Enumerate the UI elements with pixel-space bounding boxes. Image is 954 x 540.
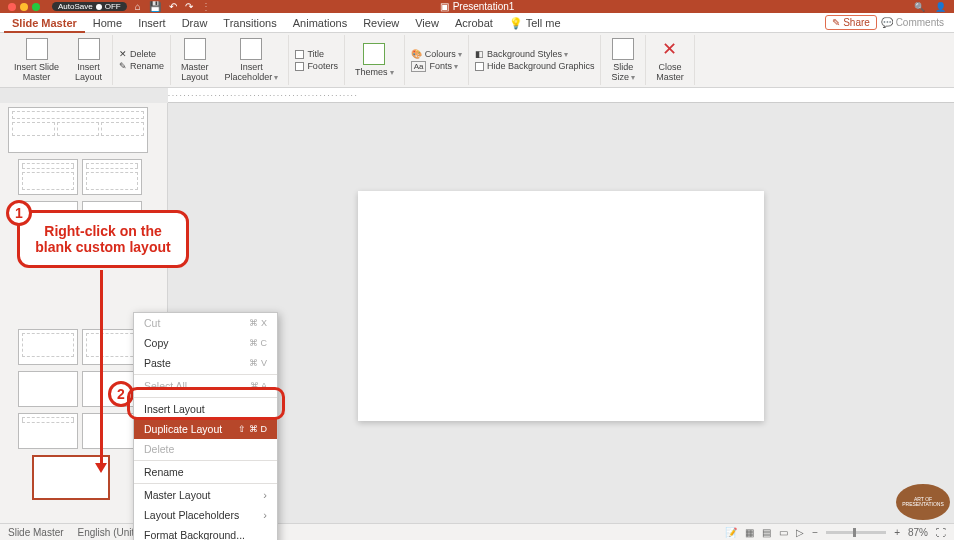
tab-home[interactable]: Home <box>85 13 130 33</box>
tab-view[interactable]: View <box>407 13 447 33</box>
close-window[interactable] <box>8 3 16 11</box>
maximize-window[interactable] <box>32 3 40 11</box>
ctx-select-all: Select All⌘ A <box>134 376 277 396</box>
canvas-area[interactable] <box>168 103 954 538</box>
minimize-window[interactable] <box>20 3 28 11</box>
master-thumb[interactable] <box>8 107 148 153</box>
window-controls <box>8 3 40 11</box>
ctx-paste[interactable]: Paste⌘ V <box>134 353 277 373</box>
save-icon[interactable]: 💾 <box>149 1 161 12</box>
context-menu: Cut⌘ X Copy⌘ C Paste⌘ V Select All⌘ A In… <box>133 312 278 540</box>
qat-sep: ⋮ <box>201 1 211 12</box>
ctx-rename[interactable]: Rename <box>134 462 277 482</box>
search-icon[interactable]: 🔍 <box>914 2 925 12</box>
share-button[interactable]: ✎ Share <box>825 15 876 30</box>
master-layout-button[interactable]: Master Layout <box>177 36 213 84</box>
callout-number-1: 1 <box>6 200 32 226</box>
insert-placeholder-button[interactable]: Insert Placeholder <box>221 36 283 84</box>
fonts-dropdown[interactable]: AaFonts <box>411 61 462 72</box>
tab-insert[interactable]: Insert <box>130 13 174 33</box>
callout-1-line1: Right-click on the <box>32 223 174 239</box>
ctx-layout-placeholders[interactable]: Layout Placeholders <box>134 505 277 525</box>
selected-blank-layout-thumb[interactable] <box>32 455 110 500</box>
zoom-in[interactable]: + <box>894 527 900 538</box>
insert-slide-master-button[interactable]: Insert Slide Master <box>10 36 63 84</box>
autosave-toggle[interactable]: AutoSave OFF <box>52 2 127 11</box>
redo-icon[interactable]: ↷ <box>185 1 193 12</box>
zoom-slider[interactable] <box>826 531 886 534</box>
layout-thumb[interactable] <box>18 371 78 407</box>
title-checkbox[interactable]: Title <box>295 49 338 59</box>
fit-to-window[interactable]: ⛶ <box>936 527 946 538</box>
callout-1-line2: blank custom layout <box>32 239 174 255</box>
undo-icon[interactable]: ↶ <box>169 1 177 12</box>
tab-draw[interactable]: Draw <box>174 13 216 33</box>
account-icon[interactable]: 👤 <box>935 2 946 12</box>
callout-1-arrow <box>100 270 103 465</box>
autosave-state: OFF <box>105 2 121 11</box>
doc-title-area: ▣ Presentation1 <box>440 1 515 12</box>
ctx-format-background[interactable]: Format Background... <box>134 525 277 540</box>
colours-dropdown[interactable]: 🎨Colours <box>411 49 462 59</box>
tab-animations[interactable]: Animations <box>285 13 355 33</box>
comments-button[interactable]: 💬 Comments <box>881 17 944 28</box>
insert-layout-button[interactable]: Insert Layout <box>71 36 106 84</box>
ruler-horizontal: · · · · · · · · · · · · · · · · · · · · … <box>168 88 954 103</box>
themes-button[interactable]: Themes <box>351 41 398 79</box>
ctx-delete: Delete <box>134 439 277 459</box>
ribbon-tabs: Slide Master Home Insert Draw Transition… <box>0 13 954 33</box>
footers-checkbox[interactable]: Footers <box>295 61 338 71</box>
callout-number-2: 2 <box>108 381 134 407</box>
home-icon[interactable]: ⌂ <box>135 1 141 12</box>
view-slideshow-icon[interactable]: ▷ <box>796 527 804 538</box>
view-reading-icon[interactable]: ▭ <box>779 527 788 538</box>
bg-styles-dropdown[interactable]: ◧Background Styles <box>475 49 595 59</box>
watermark-logo: ART OFPRESENTATIONS <box>896 484 950 520</box>
layout-thumb[interactable] <box>18 413 78 449</box>
tell-me[interactable]: 💡 Tell me <box>501 13 569 33</box>
doc-title: Presentation1 <box>453 1 515 12</box>
quick-access-toolbar: ⌂ 💾 ↶ ↷ ⋮ <box>135 1 211 12</box>
tab-acrobat[interactable]: Acrobat <box>447 13 501 33</box>
layout-thumb[interactable] <box>18 329 78 365</box>
layout-thumb[interactable] <box>82 159 142 195</box>
view-normal-icon[interactable]: ▦ <box>745 527 754 538</box>
slide-size-button[interactable]: Slide Size <box>607 36 639 84</box>
ctx-duplicate-layout[interactable]: Duplicate Layout⇧ ⌘ D <box>134 419 277 439</box>
view-sorter-icon[interactable]: ▤ <box>762 527 771 538</box>
ctx-insert-layout[interactable]: Insert Layout <box>134 399 277 419</box>
delete-button[interactable]: ✕Delete <box>119 49 164 59</box>
notes-button[interactable]: 📝 <box>725 527 737 538</box>
ribbon: Insert Slide Master Insert Layout ✕Delet… <box>0 33 954 88</box>
ctx-copy[interactable]: Copy⌘ C <box>134 333 277 353</box>
close-master-button[interactable]: ✕Close Master <box>652 36 688 84</box>
tab-slide-master[interactable]: Slide Master <box>4 13 85 33</box>
callout-1-arrowhead <box>95 463 107 473</box>
ctx-cut: Cut⌘ X <box>134 313 277 333</box>
rename-button[interactable]: ✎Rename <box>119 61 164 71</box>
zoom-out[interactable]: − <box>812 527 818 538</box>
hide-bg-checkbox[interactable]: Hide Background Graphics <box>475 61 595 71</box>
status-language[interactable]: English (Unite <box>78 527 140 538</box>
tab-transitions[interactable]: Transitions <box>215 13 284 33</box>
titlebar: AutoSave OFF ⌂ 💾 ↶ ↷ ⋮ ▣ Presentation1 🔍… <box>0 0 954 13</box>
autosave-label: AutoSave <box>58 2 93 11</box>
callout-1: Right-click on the blank custom layout <box>17 210 189 268</box>
layout-thumb[interactable] <box>18 159 78 195</box>
powerpoint-icon: ▣ <box>440 1 449 12</box>
slide-canvas[interactable] <box>358 191 764 421</box>
tab-review[interactable]: Review <box>355 13 407 33</box>
ctx-master-layout[interactable]: Master Layout <box>134 485 277 505</box>
status-mode: Slide Master <box>8 527 64 538</box>
zoom-level[interactable]: 87% <box>908 527 928 538</box>
